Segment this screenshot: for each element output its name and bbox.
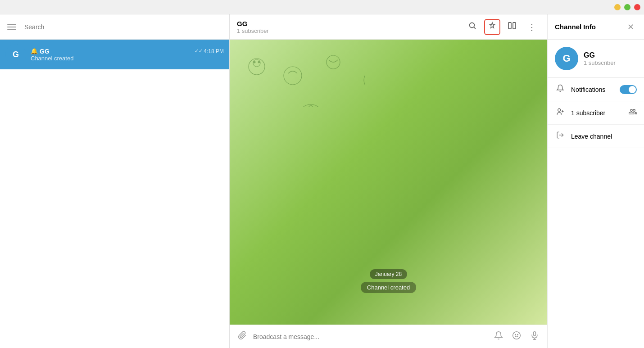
- svg-point-5: [253, 59, 260, 67]
- svg-point-6: [254, 61, 255, 63]
- more-icon: ⋮: [527, 22, 537, 32]
- svg-rect-3: [513, 23, 516, 29]
- svg-line-1: [474, 27, 476, 29]
- message-input[interactable]: [253, 333, 488, 340]
- search-input[interactable]: [24, 23, 224, 31]
- chat-info: 🔔 GG ✓✓ 4:18 PM Channel created: [31, 48, 224, 62]
- svg-rect-2: [508, 23, 511, 29]
- svg-point-81: [513, 332, 521, 339]
- panel-avatar: G: [555, 47, 578, 70]
- chat-name-row: 🔔 GG ✓✓ 4:18 PM: [31, 48, 224, 55]
- attach-button[interactable]: [235, 330, 249, 344]
- notification-bell-button[interactable]: [491, 330, 506, 344]
- columns-button[interactable]: [504, 19, 520, 35]
- hamburger-line: [7, 29, 16, 30]
- panel-channel-info: GG 1 subscriber: [584, 51, 616, 66]
- speaker-icon: 🔔: [31, 48, 38, 54]
- svg-point-7: [258, 61, 260, 63]
- emoji-button[interactable]: [509, 330, 524, 344]
- svg-point-87: [558, 108, 561, 111]
- emoji-icon: [512, 331, 521, 342]
- notifications-row[interactable]: Notifications: [548, 78, 644, 101]
- svg-rect-84: [534, 332, 536, 336]
- check-mark-icon: ✓✓: [195, 48, 203, 54]
- list-item[interactable]: G 🔔 GG ✓✓ 4:18 PM Channel created: [0, 40, 229, 69]
- chat-header-subscribers: 1 subscriber: [237, 27, 461, 34]
- chat-background: January 28 Channel created: [230, 40, 547, 325]
- mic-button[interactable]: [527, 330, 542, 344]
- system-message: Channel created: [361, 282, 416, 293]
- chat-header-name: GG: [237, 20, 461, 27]
- svg-point-83: [517, 334, 518, 335]
- background-pattern: [230, 40, 365, 107]
- hamburger-line: [7, 27, 16, 27]
- pin-icon: [488, 22, 496, 32]
- titlebar: — ❐ ✕: [0, 0, 644, 14]
- bell-icon: [494, 331, 503, 342]
- pin-button[interactable]: [484, 19, 500, 35]
- minimize-button[interactable]: —: [614, 4, 621, 10]
- mic-icon: [530, 331, 539, 342]
- bell-icon: [555, 84, 566, 95]
- chat-list: G 🔔 GG ✓✓ 4:18 PM Channel created: [0, 40, 229, 348]
- chat-messages: January 28 Channel created: [230, 269, 547, 298]
- search-button[interactable]: [464, 19, 481, 35]
- chat-area: GG 1 subscriber: [230, 14, 547, 348]
- date-badge: January 28: [370, 269, 407, 279]
- svg-point-4: [249, 59, 265, 75]
- attach-icon: [238, 331, 247, 342]
- chat-time-row: ✓✓ 4:18 PM: [195, 48, 224, 54]
- panel-avatar-section: G GG 1 subscriber: [548, 40, 644, 78]
- leave-channel-row[interactable]: Leave channel: [548, 125, 644, 148]
- panel-channel-name: GG: [584, 51, 616, 59]
- panel-channel-subscribers: 1 subscriber: [584, 59, 616, 66]
- hamburger-menu-button[interactable]: [5, 20, 20, 34]
- chat-time: 4:18 PM: [204, 48, 224, 54]
- chat-header: GG 1 subscriber: [230, 14, 547, 40]
- subscribers-row[interactable]: 1 subscriber: [548, 101, 644, 125]
- maximize-button[interactable]: ❐: [624, 4, 630, 10]
- sidebar-header: [0, 14, 229, 40]
- columns-icon: [508, 22, 516, 32]
- svg-point-8: [284, 67, 302, 85]
- more-options-button[interactable]: ⋮: [524, 19, 540, 35]
- chat-preview: Channel created: [31, 55, 224, 62]
- sidebar: G 🔔 GG ✓✓ 4:18 PM Channel created: [0, 14, 230, 348]
- chat-input-area: [230, 325, 547, 348]
- search-icon: [468, 22, 476, 32]
- svg-point-9: [327, 55, 340, 69]
- add-person-icon[interactable]: [629, 108, 637, 118]
- panel-rows: Notifications 1 subscriber: [548, 78, 644, 148]
- channel-info-panel: Channel Info ✕ G GG 1 subscriber: [547, 14, 644, 348]
- notifications-label: Notifications: [571, 86, 614, 93]
- toggle-knob: [629, 86, 636, 93]
- leave-icon: [555, 131, 566, 141]
- close-button[interactable]: ✕: [634, 4, 640, 10]
- chat-header-info: GG 1 subscriber: [237, 20, 461, 34]
- hamburger-line: [7, 24, 16, 25]
- subscribers-count-label: 1 subscriber: [571, 109, 623, 117]
- notifications-toggle[interactable]: [620, 85, 637, 94]
- leave-channel-label: Leave channel: [571, 133, 637, 140]
- panel-close-button[interactable]: ✕: [624, 21, 637, 33]
- avatar: G: [5, 44, 26, 65]
- panel-header: Channel Info ✕: [548, 14, 644, 40]
- svg-point-20: [301, 104, 321, 107]
- svg-point-82: [515, 334, 516, 335]
- subscribers-icon: [555, 108, 566, 118]
- svg-point-0: [470, 23, 475, 28]
- app-container: G 🔔 GG ✓✓ 4:18 PM Channel created: [0, 14, 644, 348]
- chat-name: 🔔 GG: [31, 48, 50, 55]
- panel-title: Channel Info: [555, 23, 596, 31]
- svg-point-10: [364, 70, 365, 90]
